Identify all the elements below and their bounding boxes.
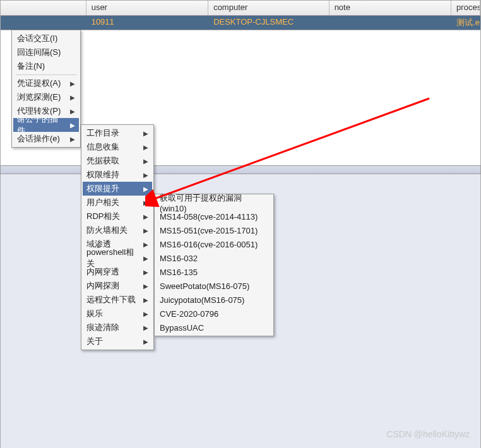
menu-divider bbox=[16, 74, 76, 75]
menu3-item-9[interactable]: BypassUAC bbox=[156, 321, 272, 334]
menu2-item-12[interactable]: 远程文件下载▶ bbox=[83, 293, 152, 307]
menu3-item-label-7: Juicypotato(MS16-075) bbox=[160, 295, 244, 305]
submenu-arrow-icon: ▶ bbox=[143, 297, 148, 304]
submenu-arrow-icon: ▶ bbox=[143, 227, 148, 234]
table-header-blank[interactable] bbox=[1, 1, 86, 15]
cell-process: 测试.e bbox=[451, 16, 480, 30]
menu3-item-5[interactable]: MS16-135 bbox=[156, 265, 272, 279]
menu2-item-7[interactable]: 防火墙相关▶ bbox=[83, 223, 152, 237]
menu2-item-10[interactable]: 内网穿透▶ bbox=[83, 265, 152, 279]
menu1-item-2[interactable]: 备注(N) bbox=[13, 59, 79, 73]
submenu-arrow-icon: ▶ bbox=[143, 269, 148, 276]
menu2-item-label-3: 权限维持 bbox=[86, 169, 119, 180]
menu2-item-label-2: 凭据获取 bbox=[86, 155, 119, 167]
menu2-item-2[interactable]: 凭据获取▶ bbox=[83, 154, 152, 168]
submenu-arrow-icon: ▶ bbox=[143, 324, 148, 331]
menu2-item-label-0: 工作目录 bbox=[86, 127, 119, 139]
menu3-item-1[interactable]: MS14-058(cve-2014-4113) bbox=[156, 209, 272, 223]
menu3-item-label-0: 获取可用于提权的漏洞(win10) bbox=[160, 192, 268, 213]
menu2-item-label-7: 防火墙相关 bbox=[86, 225, 128, 236]
submenu-arrow-icon: ▶ bbox=[143, 144, 148, 151]
menu2-item-6[interactable]: RDP相关▶ bbox=[83, 209, 152, 223]
menu2-item-label-1: 信息收集 bbox=[86, 141, 119, 153]
menu2-item-4[interactable]: 权限提升▶ bbox=[83, 182, 152, 196]
menu3-item-label-5: MS16-135 bbox=[160, 268, 198, 277]
submenu-arrow-icon: ▶ bbox=[143, 186, 148, 192]
submenu-arrow-icon: ▶ bbox=[143, 130, 148, 137]
menu1-item-6[interactable]: 谢公子的插件▶ bbox=[13, 118, 79, 132]
table-header-row: user computer note process bbox=[1, 1, 480, 16]
cell-computer: DESKTOP-CJLSMEC bbox=[208, 16, 329, 30]
menu2-item-label-15: 关于 bbox=[86, 336, 103, 347]
menu2-item-label-11: 内网探测 bbox=[86, 280, 119, 292]
menu3-item-0[interactable]: 获取可用于提权的漏洞(win10) bbox=[156, 196, 272, 209]
menu2-item-14[interactable]: 痕迹清除▶ bbox=[83, 321, 152, 334]
menu3-item-8[interactable]: CVE-2020-0796 bbox=[156, 307, 272, 321]
table-row[interactable]: 10911 DESKTOP-CJLSMEC 测试.e bbox=[1, 16, 480, 30]
menu3-item-6[interactable]: SweetPotato(MS16-075) bbox=[156, 279, 272, 293]
submenu-arrow-icon: ▶ bbox=[70, 122, 75, 129]
menu1-item-1[interactable]: 回连间隔(S) bbox=[13, 45, 79, 59]
menu2-item-label-10: 内网穿透 bbox=[86, 266, 119, 278]
menu2-item-13[interactable]: 娱乐▶ bbox=[83, 307, 152, 321]
menu3-item-3[interactable]: MS16-016(cve-2016-0051) bbox=[156, 237, 272, 251]
menu1-item-label-0: 会话交互(I) bbox=[17, 33, 57, 44]
menu1-item-label-7: 会话操作(e) bbox=[17, 133, 60, 144]
menu3-item-7[interactable]: Juicypotato(MS16-075) bbox=[156, 293, 272, 307]
menu2-item-3[interactable]: 权限维持▶ bbox=[83, 168, 152, 182]
submenu-arrow-icon: ▶ bbox=[143, 283, 148, 290]
menu2-item-label-6: RDP相关 bbox=[86, 211, 120, 222]
menu1-item-3[interactable]: 凭证提权(A)▶ bbox=[13, 76, 79, 90]
menu2-item-15[interactable]: 关于▶ bbox=[83, 334, 152, 348]
context-menu-level2: 工作目录▶信息收集▶凭据获取▶权限维持▶权限提升▶用户相关▶RDP相关▶防火墙相… bbox=[81, 124, 154, 350]
menu3-item-label-2: MS15-051(cve-2015-1701) bbox=[160, 226, 258, 235]
menu2-item-1[interactable]: 信息收集▶ bbox=[83, 140, 152, 154]
submenu-arrow-icon: ▶ bbox=[143, 158, 148, 165]
menu3-item-label-4: MS16-032 bbox=[160, 254, 198, 263]
submenu-arrow-icon: ▶ bbox=[70, 80, 75, 87]
menu1-item-0[interactable]: 会话交互(I) bbox=[13, 32, 79, 45]
menu2-item-11[interactable]: 内网探测▶ bbox=[83, 279, 152, 293]
cell-note bbox=[330, 16, 451, 30]
menu1-item-label-2: 备注(N) bbox=[17, 61, 45, 72]
table-header-process[interactable]: process bbox=[451, 1, 480, 15]
menu1-item-4[interactable]: 浏览探测(E)▶ bbox=[13, 90, 79, 104]
menu2-item-label-5: 用户相关 bbox=[86, 197, 119, 208]
menu3-item-4[interactable]: MS16-032 bbox=[156, 251, 272, 265]
menu1-item-7[interactable]: 会话操作(e)▶ bbox=[13, 132, 79, 146]
submenu-arrow-icon: ▶ bbox=[143, 199, 148, 206]
menu3-item-2[interactable]: MS15-051(cve-2015-1701) bbox=[156, 223, 272, 237]
menu2-item-0[interactable]: 工作目录▶ bbox=[83, 126, 152, 140]
menu2-item-label-4: 权限提升 bbox=[86, 183, 119, 194]
submenu-arrow-icon: ▶ bbox=[143, 172, 148, 179]
menu3-item-label-8: CVE-2020-0796 bbox=[160, 309, 218, 319]
submenu-arrow-icon: ▶ bbox=[70, 94, 75, 101]
submenu-arrow-icon: ▶ bbox=[70, 136, 75, 143]
menu3-item-label-1: MS14-058(cve-2014-4113) bbox=[160, 212, 258, 221]
menu2-item-label-13: 娱乐 bbox=[86, 308, 103, 319]
table-header-computer[interactable]: computer bbox=[208, 1, 329, 15]
menu2-item-5[interactable]: 用户相关▶ bbox=[83, 196, 152, 209]
watermark-text: CSDN @helloKittywz bbox=[386, 429, 470, 439]
context-menu-level1: 会话交互(I)回连间隔(S)备注(N)凭证提权(A)▶浏览探测(E)▶代理转发(… bbox=[11, 30, 81, 148]
cell-user: 10911 bbox=[86, 16, 208, 30]
pane-separator[interactable] bbox=[0, 165, 481, 174]
submenu-arrow-icon: ▶ bbox=[143, 310, 148, 317]
menu1-item-label-3: 凭证提权(A) bbox=[17, 78, 61, 89]
menu3-item-label-9: BypassUAC bbox=[160, 323, 204, 333]
submenu-arrow-icon: ▶ bbox=[143, 338, 148, 345]
cell-blank bbox=[1, 16, 86, 30]
menu1-item-label-1: 回连间隔(S) bbox=[17, 47, 61, 58]
submenu-arrow-icon: ▶ bbox=[143, 213, 148, 220]
menu3-item-label-6: SweetPotato(MS16-075) bbox=[160, 281, 249, 291]
table-header-user[interactable]: user bbox=[86, 1, 208, 15]
menu2-item-9[interactable]: powershell相关▶ bbox=[83, 251, 152, 265]
table-header-note[interactable]: note bbox=[330, 1, 451, 15]
menu3-item-label-3: MS16-016(cve-2016-0051) bbox=[160, 240, 258, 249]
session-table: user computer note process 10911 DESKTOP… bbox=[0, 0, 481, 30]
context-menu-level3: 获取可用于提权的漏洞(win10)MS14-058(cve-2014-4113)… bbox=[154, 194, 274, 336]
submenu-arrow-icon: ▶ bbox=[143, 241, 148, 248]
menu1-item-label-4: 浏览探测(E) bbox=[17, 91, 61, 103]
submenu-arrow-icon: ▶ bbox=[143, 255, 148, 262]
menu2-item-label-12: 远程文件下载 bbox=[86, 294, 136, 305]
